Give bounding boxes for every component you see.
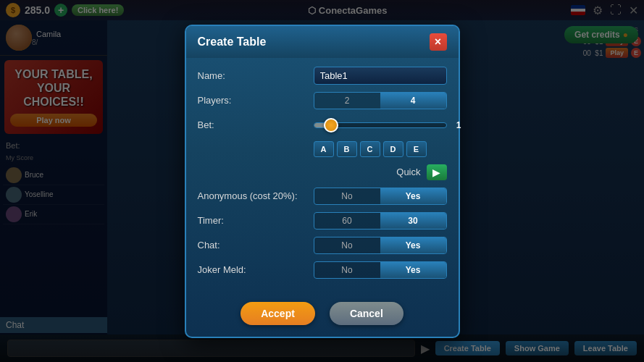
timer-control: 60 30	[314, 212, 447, 230]
levels-control: A B C D E	[314, 141, 447, 157]
level-e-button[interactable]: E	[406, 141, 427, 157]
joker-yes-button[interactable]: Yes	[380, 262, 446, 278]
joker-no-button[interactable]: No	[314, 262, 380, 278]
chat-control: No Yes	[314, 237, 447, 254]
anonymous-yes-button[interactable]: Yes	[380, 188, 446, 204]
players-toggle: 2 4	[314, 92, 447, 109]
anonymous-no-button[interactable]: No	[314, 188, 380, 204]
chat-row-label: Chat:	[198, 240, 314, 251]
bet-row-label: Bet:	[198, 119, 314, 130]
accept-button[interactable]: Accept	[241, 302, 315, 325]
quick-play-button[interactable]: ▶	[427, 164, 447, 180]
anonymous-label: Anonymous (cost 20%):	[198, 190, 314, 201]
chat-row: Chat: No Yes	[198, 237, 447, 254]
timer-label: Timer:	[198, 215, 314, 226]
timer-30-button[interactable]: 30	[380, 213, 446, 229]
quick-row: Quick ▶	[198, 164, 447, 180]
players-2-button[interactable]: 2	[314, 93, 380, 109]
players-control: 2 4	[314, 92, 447, 109]
modal-header: Create Table ×	[186, 26, 459, 58]
anonymous-control: No Yes	[314, 188, 447, 205]
name-row: Name:	[198, 67, 447, 85]
bet-row: Bet: 1	[198, 117, 447, 134]
level-b-button[interactable]: B	[337, 141, 357, 157]
level-c-button[interactable]: C	[360, 141, 380, 157]
cancel-button[interactable]: Cancel	[330, 302, 403, 325]
chat-no-button[interactable]: No	[314, 237, 380, 253]
timer-toggle: 60 30	[314, 212, 447, 230]
anonymous-toggle: No Yes	[314, 188, 447, 205]
level-d-button[interactable]: D	[383, 141, 403, 157]
joker-label: Joker Meld:	[198, 264, 314, 275]
joker-row: Joker Meld: No Yes	[198, 261, 447, 279]
quick-label: Quick	[396, 167, 420, 177]
players-label: Players:	[198, 95, 314, 106]
modal-body: Name: Players: 2 4 Bet:	[186, 58, 459, 295]
joker-toggle: No Yes	[314, 261, 447, 279]
name-control	[314, 67, 447, 85]
modal-title: Create Table	[198, 35, 267, 49]
modal-close-button[interactable]: ×	[430, 33, 447, 51]
modal-footer: Accept Cancel	[186, 295, 459, 337]
bet-control: 1	[314, 117, 447, 134]
levels-row: A B C D E	[198, 141, 447, 157]
name-label: Name:	[198, 70, 314, 81]
level-a-button[interactable]: A	[314, 141, 334, 157]
players-row: Players: 2 4	[198, 92, 447, 109]
chat-toggle: No Yes	[314, 237, 447, 254]
slider-thumb[interactable]	[324, 118, 338, 132]
modal-overlay: Create Table × Name: Players: 2 4	[0, 0, 644, 362]
bet-value: 1	[456, 120, 461, 130]
anonymous-row: Anonymous (cost 20%): No Yes	[198, 188, 447, 205]
bet-slider-container: 1	[314, 117, 447, 134]
slider-track	[314, 122, 447, 128]
timer-60-button[interactable]: 60	[314, 213, 380, 229]
create-table-modal: Create Table × Name: Players: 2 4	[185, 25, 460, 338]
timer-row: Timer: 60 30	[198, 212, 447, 230]
chat-yes-button[interactable]: Yes	[380, 237, 446, 253]
players-4-button[interactable]: 4	[380, 93, 446, 109]
level-buttons: A B C D E	[314, 141, 447, 157]
joker-control: No Yes	[314, 261, 447, 279]
name-input[interactable]	[314, 67, 447, 85]
